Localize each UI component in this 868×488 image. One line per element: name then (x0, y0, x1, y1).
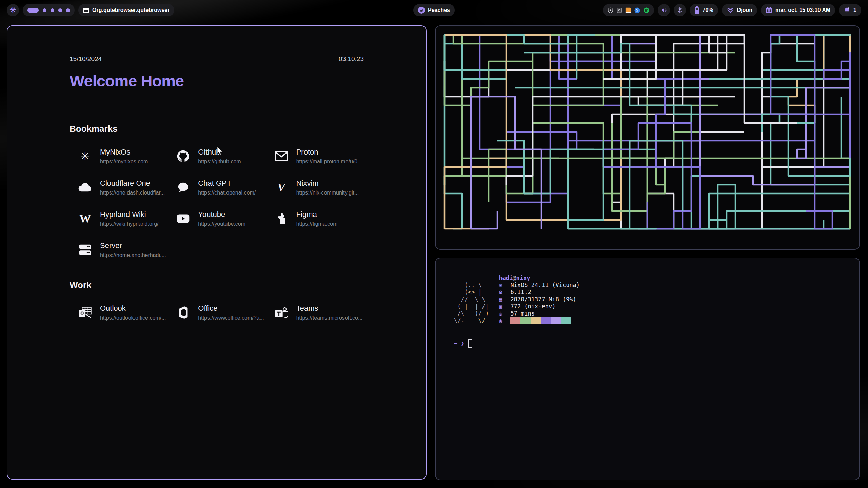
nixos-logo-icon: ✳ (10, 6, 16, 15)
fetch-value: 772 (nix-env) (510, 303, 555, 310)
bookmark-name: Nixvim (296, 179, 359, 188)
active-window-title: Org.qutebrowser.qutebrowser (92, 7, 170, 13)
prompt-directory: ~ (454, 340, 457, 347)
color-swatch (551, 317, 561, 324)
bookmark-url: https://www.office.com/?a... (198, 315, 264, 321)
fetch-hostname: nixy (516, 274, 530, 282)
fetch-value: 2870/31377 MiB (9%) (510, 296, 576, 303)
bookmark-url: https://wiki.hyprland.org/ (100, 221, 159, 227)
bookmark-name: Server (100, 241, 166, 250)
bluetooth-icon (677, 7, 683, 14)
bookmark-item[interactable]: ✳MyNixOshttps://mynixos.com (70, 148, 167, 165)
media-widget[interactable]: Peaches (413, 4, 455, 16)
color-swatch (510, 317, 520, 324)
section-heading-work: Work (70, 280, 364, 290)
fetch-entry: ⚙6.11.2 (499, 289, 580, 296)
fetch-color-palette: ◉ (499, 317, 580, 324)
bookmark-item[interactable]: Serverhttps://home.anotherhadi.... (70, 241, 167, 258)
bookmark-item[interactable]: Protonhttps://mail.proton.me/u/0... (266, 148, 364, 165)
page-title: Welcome Home (70, 72, 364, 90)
chat-icon (176, 181, 190, 194)
bookmark-item[interactable]: VNixvimhttps://nix-community.git... (266, 179, 364, 196)
bookmark-item[interactable]: Outlookhttps://outlook.office.com/... (70, 304, 167, 321)
prompt-chevron: ❯ (461, 340, 464, 347)
mail-icon (275, 149, 288, 163)
vim-icon: V (275, 181, 288, 194)
battery-widget[interactable]: 70% (690, 4, 718, 16)
workspace-1-active[interactable] (27, 8, 39, 13)
youtube-icon (176, 212, 190, 225)
color-swatch (531, 317, 541, 324)
bookmark-item[interactable]: Figmahttps://figma.com (266, 210, 364, 227)
network-widget[interactable]: Djoon (722, 4, 757, 16)
terminal-window[interactable]: ___ (.. \ (<> | // \ \ ( | | /| _/\ __)/… (435, 258, 860, 480)
battery-percent: 70% (703, 7, 713, 13)
clock-widget[interactable]: mar. oct. 15 03:10 AM (761, 4, 835, 16)
bookmark-name: Cloudflare One (100, 179, 165, 188)
qutebrowser-window: 15/10/2024 03:10:23 Welcome Home Bookmar… (7, 25, 427, 480)
bookmark-url: https://figma.com (296, 221, 338, 227)
clock-label: mar. oct. 15 03:10 AM (775, 7, 830, 13)
disc-tray-icon[interactable] (608, 7, 613, 13)
tux-ascii-art: ___ (.. \ (<> | // \ \ ( | | /| _/\ __)/… (454, 274, 489, 324)
palette-icon: ◉ (499, 317, 510, 324)
notification-count: 1 (853, 7, 856, 13)
bookmark-url: https://one.dash.cloudflar... (100, 190, 165, 196)
fetch-entry: ▦2870/31377 MiB (9%) (499, 296, 580, 303)
bluetooth-widget[interactable] (674, 4, 686, 16)
bookmark-url: https://github.com (198, 159, 241, 165)
bookmark-item[interactable]: Teamshttps://teams.microsoft.co... (266, 304, 364, 321)
startpage-date: 15/10/2024 (70, 55, 102, 63)
memory-icon: ▦ (499, 296, 510, 303)
network-name: Djoon (737, 7, 752, 13)
bookmark-item[interactable]: Officehttps://www.office.com/?a... (167, 304, 265, 321)
bookmark-url: https://mail.proton.me/u/0... (296, 159, 362, 165)
uptime-icon: ☕ (499, 310, 510, 317)
calendar-icon (766, 7, 772, 14)
os-icon: ✳ (499, 282, 510, 289)
bluetooth-tray-icon[interactable] (634, 7, 640, 13)
bookmark-name: Teams (296, 304, 363, 313)
teams-icon (275, 306, 288, 319)
volume-widget[interactable] (658, 4, 670, 16)
bookmark-grid: ✳MyNixOshttps://mynixos.comGithubhttps:/… (70, 148, 364, 258)
fetch-value: 6.11.2 (510, 289, 531, 296)
color-swatch (520, 317, 531, 324)
nix-icon: ✳ (78, 149, 92, 163)
active-window-widget[interactable]: Org.qutebrowser.qutebrowser (78, 4, 174, 16)
github-icon (176, 149, 190, 163)
fetch-entry: ☕57 mins (499, 310, 580, 317)
bookmark-name: Youtube (198, 210, 245, 219)
downloads-tray-icon[interactable] (625, 7, 631, 13)
fetch-value: 57 mins (510, 310, 535, 317)
fetch-username: hadi (499, 274, 513, 282)
bookmark-name: Figma (296, 210, 338, 219)
bookmark-item[interactable]: Chat GPThttps://chat.openai.com/ (167, 179, 265, 196)
notifications-widget[interactable]: 1 (839, 4, 861, 16)
workspace-4[interactable] (58, 8, 62, 12)
outlook-icon (78, 306, 92, 319)
bookmark-name: Outlook (100, 304, 166, 313)
pipes-art (436, 26, 859, 249)
spotify-tray-icon[interactable] (644, 7, 649, 13)
shell-prompt[interactable]: ~ ❯ (454, 339, 841, 348)
bookmark-grid: Outlookhttps://outlook.office.com/...Off… (70, 304, 364, 321)
bell-icon (844, 7, 850, 14)
bookmark-item[interactable]: WHyprland Wikihttps://wiki.hyprland.org/ (70, 210, 167, 227)
workspace-2[interactable] (43, 8, 46, 12)
system-tray (603, 4, 654, 16)
bookmark-url: https://teams.microsoft.co... (296, 315, 363, 321)
bookmark-item[interactable]: Youtubehttps://youtube.com (167, 210, 265, 227)
vault-tray-icon[interactable] (617, 7, 622, 13)
workspace-5[interactable] (66, 8, 70, 12)
fetch-user-line: hadi@nixy (499, 274, 580, 282)
bookmark-item[interactable]: Cloudflare Onehttps://one.dash.cloudflar… (70, 179, 167, 196)
wifi-icon (727, 7, 734, 13)
workspaces-widget[interactable] (23, 4, 75, 16)
bookmark-url: https://chat.openai.com/ (198, 190, 256, 196)
bookmark-name: Hyprland Wiki (100, 210, 159, 219)
battery-icon (694, 6, 699, 14)
workspace-3[interactable] (51, 8, 54, 12)
launcher-button[interactable]: ✳ (7, 4, 19, 16)
section-heading-bookmarks: Bookmarks (70, 124, 364, 134)
